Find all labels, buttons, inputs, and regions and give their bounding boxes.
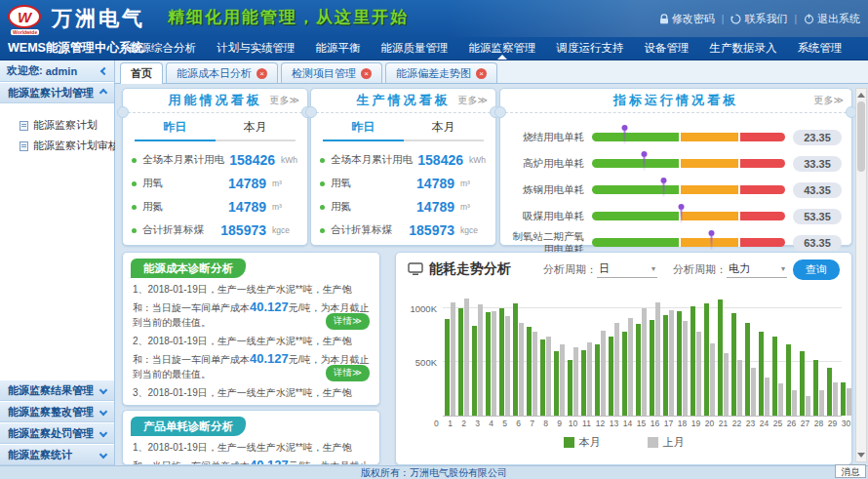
board-row: 合计折算标煤185973kgce	[132, 219, 298, 242]
tab-3[interactable]: 能源偏差走势图×	[385, 62, 497, 83]
diagnosis-item: 1、2018-01-19日，生产一线生产水泥**吨，生产饱和：当日旋一车间单产成…	[133, 441, 370, 465]
nav-item-7[interactable]: 生产数据录入	[710, 37, 777, 60]
top-link-label: 联系我们	[744, 12, 787, 26]
more-link[interactable]: 更多≫	[270, 94, 299, 107]
bar-group	[554, 292, 565, 416]
indicator-bar	[592, 185, 785, 194]
top-link-2[interactable]: 退出系统	[804, 12, 860, 26]
logo-letter: W	[8, 5, 41, 28]
bar-group	[718, 292, 729, 416]
green-dot-icon	[320, 158, 325, 163]
select-value: 日	[599, 261, 610, 276]
diagnosis-title-badge: 产品单耗诊断分析	[131, 417, 246, 436]
chart-bar	[827, 368, 832, 416]
green-dot-icon	[132, 158, 137, 163]
chart-bar	[560, 344, 565, 416]
tab-2[interactable]: 检测项目管理×	[281, 62, 382, 83]
x-tick-label: 5	[499, 419, 510, 428]
x-tick-label: 8	[540, 419, 551, 428]
chart-bar	[778, 383, 783, 416]
x-tick-label: 12	[595, 419, 606, 428]
nav-item-3[interactable]: 能源质量管理	[381, 37, 449, 60]
sidebar-item-1[interactable]: 能源监察计划审核	[20, 136, 114, 156]
sidebar-section-0[interactable]: 能源监察计划管理	[0, 82, 114, 103]
close-tab-icon[interactable]: ×	[256, 68, 267, 79]
username: admin	[46, 65, 77, 77]
detail-button[interactable]: 详情≫	[326, 365, 370, 381]
sidebar-section-3[interactable]: 能源监察处罚管理	[0, 422, 114, 444]
sidebar-sections-bottom: 能源监察结果管理能源监察整改管理能源监察处罚管理能源监察统计	[0, 379, 114, 465]
wems-dashboard: W Worldwide 万洲电气 精细化用能管理，从这里开始 修改密码|联系我们…	[0, 0, 868, 479]
metric-label: 用氮	[142, 200, 216, 214]
sidebar-section-4[interactable]: 能源监察统计	[0, 444, 114, 465]
bar-segment-o	[679, 185, 738, 194]
scroll-up-icon[interactable]	[857, 93, 865, 98]
close-tab-icon[interactable]: ×	[476, 68, 487, 79]
sidebar-collapse-icon[interactable]	[100, 66, 108, 74]
item-index: 1、	[133, 284, 148, 295]
nav-item-6[interactable]: 设备管理	[645, 37, 690, 60]
sidebar-item-label: 能源监察计划	[33, 118, 98, 133]
metric-value: 14789	[404, 199, 454, 215]
x-tick-label: 20	[704, 419, 715, 428]
panel-header: 用能情况看板 更多≫	[123, 89, 307, 113]
bar-group	[458, 292, 469, 416]
legend-item: 上月	[648, 435, 685, 450]
board-tab-1[interactable]: 本月	[404, 116, 485, 141]
tab-0[interactable]: 首页	[120, 62, 163, 84]
indicator-label: 制氧站二期产氧用电单耗	[506, 230, 584, 254]
chart-bar	[819, 390, 824, 417]
board-row: 用氧14789m³	[132, 172, 298, 195]
x-tick-label: 6	[513, 419, 524, 428]
nav-item-0[interactable]: 能源综合分析	[129, 37, 196, 60]
top-link-1[interactable]: 联系我们	[730, 12, 787, 26]
board-tab-0[interactable]: 昨日	[135, 116, 216, 141]
board-tab-0[interactable]: 昨日	[323, 116, 404, 141]
sidebar-section-2[interactable]: 能源监察整改管理	[0, 401, 114, 422]
more-link[interactable]: 更多≫	[458, 94, 488, 107]
chart-bar	[772, 337, 777, 416]
tab-1[interactable]: 能源成本日分析×	[166, 62, 278, 83]
scroll-down-icon[interactable]	[857, 453, 865, 458]
green-dot-icon	[320, 181, 325, 186]
indicator-row: 炼钢用电单耗43.35	[506, 177, 842, 203]
bar-group	[527, 292, 537, 416]
nav-item-5[interactable]: 调度运行支持	[557, 37, 624, 60]
nav-item-1[interactable]: 计划与实绩管理	[217, 37, 296, 60]
board-row: 用氮14789m³	[320, 195, 487, 219]
board-tab-1[interactable]: 本月	[216, 116, 296, 141]
panel-title: 指标运行情况看板	[613, 92, 738, 109]
period-select-0[interactable]: 日▾	[597, 260, 657, 278]
energy-usage-board: 用能情况看板 更多≫ 昨日本月 全场本月累计用电158426kWh用氧14789…	[122, 88, 308, 246]
bar-group	[445, 292, 455, 416]
message-button[interactable]: 消息	[835, 464, 866, 478]
x-tick-label: 26	[786, 419, 797, 428]
nav-item-8[interactable]: 系统管理	[798, 37, 843, 60]
indicator-value: 53.35	[793, 209, 842, 224]
nav-item-4[interactable]: 能源监察管理	[469, 37, 536, 60]
close-tab-icon[interactable]: ×	[361, 68, 372, 79]
chart-bar	[800, 351, 805, 416]
metric-label: 用氧	[331, 177, 404, 190]
sidebar-section-1[interactable]: 能源监察结果管理	[0, 379, 114, 401]
x-tick-label: 22	[731, 419, 742, 428]
bar-group	[677, 292, 688, 416]
nav-item-2[interactable]: 能源平衡	[316, 37, 361, 60]
chart-bar	[573, 347, 578, 416]
bar-group	[499, 292, 510, 416]
metric-value: 158426	[413, 152, 463, 168]
vertical-scrollbar[interactable]	[855, 88, 867, 462]
document-icon	[20, 141, 28, 151]
more-link[interactable]: 更多≫	[814, 94, 844, 107]
detail-button[interactable]: 详情≫	[326, 313, 370, 330]
sidebar-item-0[interactable]: 能源监察计划	[20, 115, 114, 136]
bar-group	[540, 292, 551, 416]
scrollbar-thumb[interactable]	[857, 101, 865, 172]
bar-group	[581, 292, 592, 416]
chevron-down-icon	[99, 386, 107, 394]
panel-header: 指标运行情况看板 更多≫	[500, 89, 851, 113]
top-link-0[interactable]: 修改密码	[659, 12, 715, 26]
chevron-down-icon	[99, 408, 107, 416]
period-select-1[interactable]: 电力▾	[727, 260, 787, 278]
query-button[interactable]: 查询	[793, 259, 840, 280]
